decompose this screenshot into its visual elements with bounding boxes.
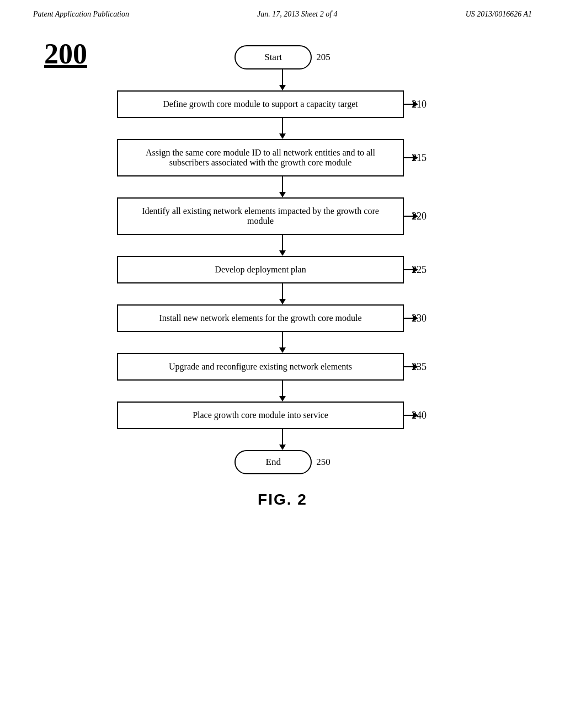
arrow-3 bbox=[279, 235, 286, 256]
step-row-225: Develop deployment plan 225 bbox=[117, 256, 448, 283]
step-row-235: Upgrade and reconfigure existing network… bbox=[117, 353, 448, 381]
step-row-230: Install new network elements for the gro… bbox=[117, 304, 448, 332]
notch-240 bbox=[403, 412, 418, 419]
notch-220 bbox=[403, 213, 418, 220]
header-center: Jan. 17, 2013 Sheet 2 of 4 bbox=[257, 10, 337, 19]
fig-caption: FIG. 2 bbox=[258, 491, 307, 508]
flowchart: Start 205 Define growth core module to s… bbox=[89, 45, 476, 474]
notch-235 bbox=[403, 363, 418, 370]
header-right: US 2013/0016626 A1 bbox=[466, 10, 532, 19]
step-box-230: Install new network elements for the gro… bbox=[117, 304, 404, 332]
arrow-7 bbox=[279, 429, 286, 450]
page-header: Patent Application Publication Jan. 17, … bbox=[0, 0, 565, 23]
notch-225 bbox=[403, 266, 418, 273]
step-box-235: Upgrade and reconfigure existing network… bbox=[117, 353, 404, 381]
step-row-215: Assign the same core module ID to all ne… bbox=[117, 139, 448, 176]
start-label: Start bbox=[264, 52, 282, 62]
arrow-4 bbox=[279, 283, 286, 304]
arrow-2 bbox=[279, 176, 286, 197]
step-box-225: Develop deployment plan bbox=[117, 256, 404, 283]
end-id: 250 bbox=[316, 457, 331, 468]
end-row: End 250 bbox=[234, 450, 331, 474]
start-id: 205 bbox=[316, 52, 331, 63]
step-text-220: Identify all existing network elements i… bbox=[142, 206, 379, 226]
step-text-230: Install new network elements for the gro… bbox=[159, 313, 362, 323]
figure-number: 200 bbox=[44, 40, 87, 68]
step-box-215: Assign the same core module ID to all ne… bbox=[117, 139, 404, 176]
notch-230 bbox=[403, 315, 418, 322]
start-row: Start 205 bbox=[234, 45, 331, 69]
arrow-5 bbox=[279, 332, 286, 353]
arrow-6 bbox=[279, 381, 286, 402]
step-text-235: Upgrade and reconfigure existing network… bbox=[169, 362, 352, 371]
start-oval: Start bbox=[234, 45, 312, 69]
step-text-225: Develop deployment plan bbox=[215, 265, 306, 274]
arrow-0 bbox=[279, 69, 286, 90]
step-row-220: Identify all existing network elements i… bbox=[117, 197, 448, 235]
step-box-210: Define growth core module to support a c… bbox=[117, 90, 404, 118]
step-box-220: Identify all existing network elements i… bbox=[117, 197, 404, 235]
step-row-240: Place growth core module into service 24… bbox=[117, 402, 448, 429]
arrow-1 bbox=[279, 118, 286, 139]
step-text-240: Place growth core module into service bbox=[193, 410, 328, 420]
notch-215 bbox=[403, 154, 418, 161]
header-left: Patent Application Publication bbox=[33, 10, 129, 19]
step-text-210: Define growth core module to support a c… bbox=[163, 99, 358, 109]
step-text-215: Assign the same core module ID to all ne… bbox=[146, 148, 375, 167]
step-row-210: Define growth core module to support a c… bbox=[117, 90, 448, 118]
notch-210 bbox=[403, 101, 418, 108]
end-oval: End bbox=[234, 450, 312, 474]
end-label: End bbox=[266, 457, 281, 467]
step-box-240: Place growth core module into service bbox=[117, 402, 404, 429]
diagram-container: 200 Start 205 Define growth core module … bbox=[0, 23, 565, 520]
